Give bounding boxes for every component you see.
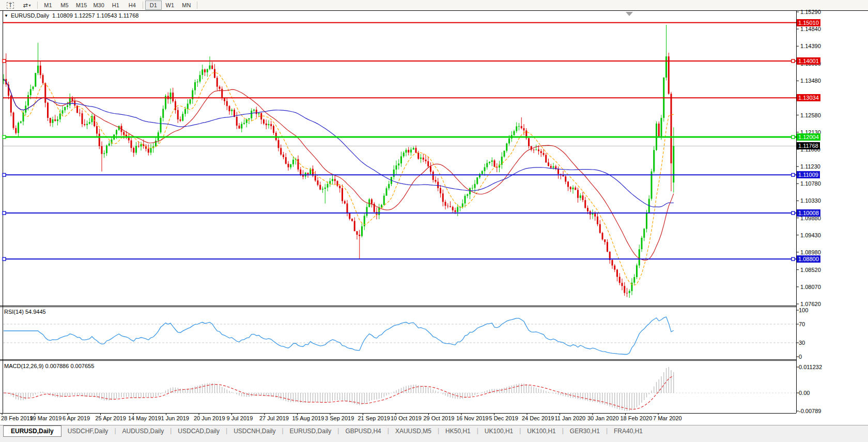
moving-average-8 (4, 72, 674, 285)
hline-anchor-square[interactable] (3, 173, 6, 176)
rsi-line (4, 317, 674, 354)
chart-tab-6[interactable]: GBPUSD,H4 (339, 425, 387, 436)
hline-anchor-square[interactable] (792, 59, 795, 63)
chart-tab-12[interactable]: FRA40,H1 (608, 425, 649, 436)
hline-anchor-square[interactable] (3, 59, 6, 63)
chart-tabs-bar: EURUSD,DailyUSDCHF,Daily|AUDUSD,Daily|US… (0, 425, 868, 442)
chart-tab-8[interactable]: HK50,H1 (439, 425, 477, 436)
candles-layer (3, 25, 675, 298)
macd-histogram (4, 367, 674, 411)
chart-tab-10[interactable]: UK100,H1 (521, 425, 562, 436)
chart-tab-7[interactable]: XAUUSD,M5 (389, 425, 438, 436)
chart-tab-1[interactable]: USDCHF,Daily (61, 425, 115, 436)
chart-tab-11[interactable]: GER30,H1 (564, 425, 606, 436)
hline-anchor-square[interactable] (792, 173, 795, 176)
chart-canvas[interactable] (0, 0, 868, 425)
macd-signal-line (4, 376, 674, 409)
chart-tab-3[interactable]: USDCAD,Daily (172, 425, 226, 436)
hline-anchor-square[interactable] (792, 211, 795, 215)
hline-anchor-square[interactable] (3, 135, 6, 139)
mt4-window: T ⇄ ▾ M1M5M15M30H1H4D1W1MN ▼EURUSD,Daily… (0, 0, 868, 442)
hline-anchor-square[interactable] (3, 257, 6, 261)
chart-tab-5[interactable]: EURUSD,Daily (284, 425, 338, 436)
chart-tab-0[interactable]: EURUSD,Daily (3, 425, 61, 437)
chart-tab-9[interactable]: UK100,H1 (478, 425, 519, 436)
hline-anchor-square[interactable] (792, 257, 795, 261)
chart-tab-4[interactable]: USDCNH,Daily (227, 425, 282, 436)
shift-marker-icon (626, 12, 633, 16)
hline-anchor-square[interactable] (792, 135, 795, 139)
chart-tab-2[interactable]: AUDUSD,Daily (116, 425, 171, 436)
hline-anchor-square[interactable] (3, 211, 6, 215)
